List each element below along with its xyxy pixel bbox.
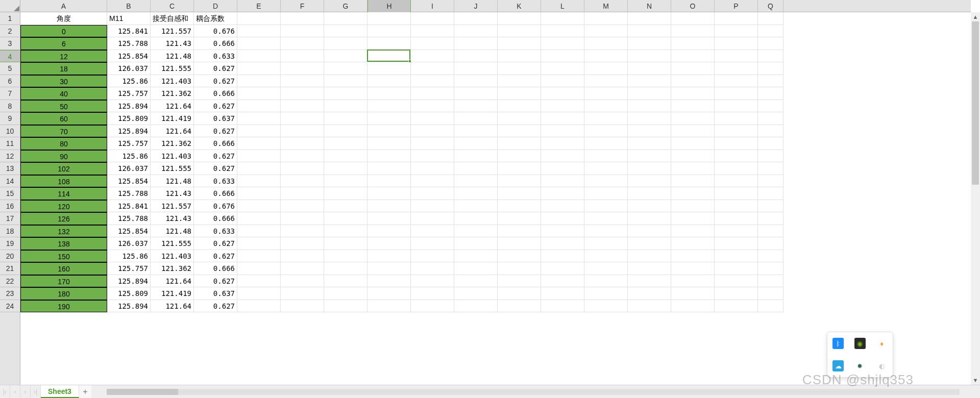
cell-I21[interactable]: [411, 262, 454, 275]
cell-O4[interactable]: [671, 50, 715, 63]
cell-F22[interactable]: [281, 275, 324, 288]
cell-C2[interactable]: 121.557: [151, 25, 194, 38]
cell-I23[interactable]: [411, 287, 454, 300]
cell-B17[interactable]: 125.788: [107, 212, 151, 225]
cell-M14[interactable]: [584, 175, 628, 188]
cell-G10[interactable]: [324, 125, 368, 138]
cell-I15[interactable]: [411, 187, 454, 200]
cell-K24[interactable]: [498, 300, 541, 313]
tab-nav-prev[interactable]: ‹: [10, 385, 20, 398]
cell-F3[interactable]: [281, 37, 324, 50]
cell-M15[interactable]: [584, 187, 628, 200]
cell-E5[interactable]: [237, 62, 281, 75]
cell-P24[interactable]: [715, 300, 758, 313]
cell-I16[interactable]: [411, 200, 454, 213]
cell-N6[interactable]: [628, 75, 671, 88]
cell-C10[interactable]: 121.64: [151, 125, 194, 138]
cell-Q11[interactable]: [758, 137, 783, 150]
cell-A13[interactable]: 102: [20, 162, 107, 175]
cell-K20[interactable]: [498, 250, 541, 263]
cell-D1[interactable]: 耦合系数: [194, 12, 237, 25]
column-headers[interactable]: ABCDEFGHIJKLMNOPQ: [20, 0, 971, 12]
cell-L17[interactable]: [541, 212, 584, 225]
col-header-N[interactable]: N: [628, 0, 671, 12]
cell-H11[interactable]: [368, 137, 411, 150]
row-headers[interactable]: 123456789101112131415161718192021222324: [0, 12, 20, 385]
cell-I20[interactable]: [411, 250, 454, 263]
cell-F8[interactable]: [281, 100, 324, 113]
sheet-tab-active[interactable]: Sheet3: [41, 385, 79, 398]
bluetooth-icon[interactable]: ᛒ: [832, 338, 844, 349]
cell-F18[interactable]: [281, 225, 324, 238]
cell-H3[interactable]: [368, 37, 411, 50]
row-header-21[interactable]: 21: [0, 262, 20, 275]
cell-C4[interactable]: 121.48: [151, 50, 194, 63]
cell-M16[interactable]: [584, 200, 628, 213]
cell-E16[interactable]: [237, 200, 281, 213]
cell-F9[interactable]: [281, 112, 324, 125]
cell-A19[interactable]: 138: [20, 237, 107, 250]
cell-H20[interactable]: [368, 250, 411, 263]
cell-J7[interactable]: [454, 87, 498, 100]
cell-M17[interactable]: [584, 212, 628, 225]
spiral-icon[interactable]: ✹: [854, 360, 866, 371]
cell-C15[interactable]: 121.43: [151, 187, 194, 200]
cell-O6[interactable]: [671, 75, 715, 88]
cell-H9[interactable]: [368, 112, 411, 125]
cell-M6[interactable]: [584, 75, 628, 88]
cell-E4[interactable]: [237, 50, 281, 63]
cell-O23[interactable]: [671, 287, 715, 300]
cell-Q20[interactable]: [758, 250, 783, 263]
cell-O7[interactable]: [671, 87, 715, 100]
cell-E13[interactable]: [237, 162, 281, 175]
row-header-1[interactable]: 1: [0, 12, 20, 25]
cell-I5[interactable]: [411, 62, 454, 75]
cell-E14[interactable]: [237, 175, 281, 188]
cell-E19[interactable]: [237, 237, 281, 250]
cell-E20[interactable]: [237, 250, 281, 263]
cloud-icon[interactable]: ☁: [832, 360, 844, 371]
cell-C24[interactable]: 121.64: [151, 300, 194, 313]
cell-E12[interactable]: [237, 150, 281, 163]
cell-Q13[interactable]: [758, 162, 783, 175]
cell-J22[interactable]: [454, 275, 498, 288]
cell-O15[interactable]: [671, 187, 715, 200]
cell-N14[interactable]: [628, 175, 671, 188]
cell-F23[interactable]: [281, 287, 324, 300]
cell-N17[interactable]: [628, 212, 671, 225]
cell-C23[interactable]: 121.419: [151, 287, 194, 300]
cell-P23[interactable]: [715, 287, 758, 300]
cell-K22[interactable]: [498, 275, 541, 288]
cell-B9[interactable]: 125.809: [107, 112, 151, 125]
cell-O24[interactable]: [671, 300, 715, 313]
cell-G19[interactable]: [324, 237, 368, 250]
cell-C12[interactable]: 121.403: [151, 150, 194, 163]
cell-O13[interactable]: [671, 162, 715, 175]
cell-K23[interactable]: [498, 287, 541, 300]
cell-B5[interactable]: 126.037: [107, 62, 151, 75]
cell-H17[interactable]: [368, 212, 411, 225]
cell-Q22[interactable]: [758, 275, 783, 288]
col-header-L[interactable]: L: [541, 0, 584, 12]
cell-A9[interactable]: 60: [20, 112, 107, 125]
cell-B4[interactable]: 125.854: [107, 50, 151, 63]
flame-icon[interactable]: ♦: [876, 338, 888, 349]
cell-Q15[interactable]: [758, 187, 783, 200]
cell-L15[interactable]: [541, 187, 584, 200]
add-sheet-button[interactable]: +: [79, 385, 91, 398]
cell-H13[interactable]: [368, 162, 411, 175]
cell-G9[interactable]: [324, 112, 368, 125]
cell-Q5[interactable]: [758, 62, 783, 75]
cell-K3[interactable]: [498, 37, 541, 50]
row-header-12[interactable]: 12: [0, 150, 20, 163]
cell-I6[interactable]: [411, 75, 454, 88]
cell-Q14[interactable]: [758, 175, 783, 188]
cell-F1[interactable]: [281, 12, 324, 25]
cell-P16[interactable]: [715, 200, 758, 213]
cell-I22[interactable]: [411, 275, 454, 288]
cell-N16[interactable]: [628, 200, 671, 213]
cell-J19[interactable]: [454, 237, 498, 250]
cell-A20[interactable]: 150: [20, 250, 107, 263]
cell-P14[interactable]: [715, 175, 758, 188]
cell-L5[interactable]: [541, 62, 584, 75]
